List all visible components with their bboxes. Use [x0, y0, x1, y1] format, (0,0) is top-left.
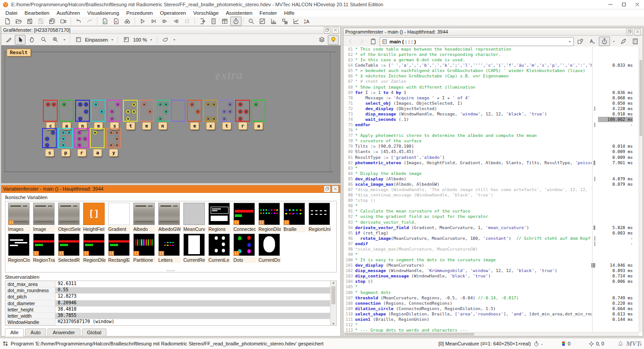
iconic-variable-currentdo[interactable]: CurrentDo	[258, 234, 281, 263]
var-row-dot_max_area[interactable]: dot_max_area92.6311	[5, 281, 336, 287]
profiler-options-button[interactable]	[611, 37, 617, 46]
menu-item-prozeduren[interactable]: Prozeduren	[123, 9, 156, 17]
code-line-82[interactable]: 82photometric_stereo (Images, HeightFiel…	[343, 160, 639, 166]
code-line-62[interactable]: 62* of the braille pattern and the corre…	[343, 52, 639, 57]
tab-global[interactable]: Global	[82, 328, 107, 336]
capture-button[interactable]	[58, 17, 69, 26]
close-button[interactable]	[631, 0, 644, 9]
code-line-61[interactable]: 61* This code table maps between the hex…	[343, 47, 639, 52]
doc-lines-button[interactable]	[208, 17, 219, 26]
save-as-button[interactable]	[24, 17, 35, 26]
caret-button[interactable]	[172, 35, 178, 45]
procedure-list-button[interactable]	[368, 37, 379, 46]
fit-page-button[interactable]	[73, 35, 84, 45]
layers-button[interactable]	[316, 35, 327, 45]
magnify-button[interactable]	[38, 35, 49, 45]
iconic-variable-braille[interactable]: []Braille	[283, 203, 306, 232]
run-button[interactable]	[137, 17, 148, 26]
code-line-94[interactable]: 94derivate_vector_field (Gradient, MeanC…	[343, 225, 639, 230]
code-editor[interactable]: 61* This code table maps between the hex…	[343, 47, 639, 332]
step-over-button[interactable]	[148, 17, 159, 26]
var-row-letter_width[interactable]: letter_width30.7855	[5, 313, 336, 319]
code-line-84[interactable]: 84* Display the albedo image	[343, 171, 639, 176]
iconic-variable-images[interactable]: []Images	[7, 203, 30, 232]
iconic-variable-albedogw[interactable]: AlbedoGW	[157, 203, 181, 232]
zoom-pct-button[interactable]	[121, 35, 131, 45]
code-line-86[interactable]: 86scale_image_max(Albedo, AlbedoGW)0.879…	[343, 182, 639, 187]
code-line-88[interactable]: 88*disp_continue_message (WindowHandle, …	[343, 192, 639, 198]
code-line-81[interactable]: 81ResultType := ['gradient','albedo']0.0…	[343, 155, 639, 160]
float-window-button[interactable]	[626, 29, 633, 35]
code-line-91[interactable]: 91* Calculate the mean curvature of the …	[343, 209, 639, 214]
code-line-85[interactable]: 85dev_display (Albedo)4.879 ms	[343, 176, 639, 182]
code-line-100[interactable]: 100* It is easy to segment the dots in t…	[343, 257, 639, 263]
save-all-button[interactable]	[47, 17, 58, 26]
feature-inspect-button[interactable]	[279, 17, 290, 26]
code-horizontal-scrollbar[interactable]	[343, 332, 639, 336]
brush-button[interactable]	[3, 35, 14, 45]
caret-button[interactable]	[61, 35, 67, 45]
menu-item-assistenten[interactable]: Assistenten	[222, 9, 256, 17]
operator-book-button[interactable]	[219, 17, 230, 26]
code-line-108[interactable]: 108connection (Regions, ConnectedRegions…	[343, 301, 639, 306]
code-line-72[interactable]: 72 dev_display (ObjectSelected)4.228 ms	[343, 106, 639, 111]
code-line-112[interactable]: 112*	[343, 322, 639, 328]
iconic-variable-rectangle[interactable]: []RectanglE	[107, 234, 131, 263]
code-line-83[interactable]: 83*	[343, 166, 639, 171]
new-file-button[interactable]	[2, 17, 13, 26]
menu-item-hilfe[interactable]: Hilfe	[280, 9, 298, 17]
code-line-64[interactable]: 64CodeTable := [' ','a',',','b','.','k',…	[343, 63, 639, 68]
delete-variables-button[interactable]: Ax	[587, 37, 598, 46]
var-row-dot_diameter[interactable]: dot_diameter8.20946	[5, 300, 336, 306]
code-line-70[interactable]: 70 Message := 'Acquire image ' + I + ' o…	[343, 95, 639, 101]
iconic-variable-regionuni[interactable]: RegionUni	[308, 203, 331, 232]
zoom-window-button[interactable]	[246, 17, 257, 26]
code-line-109[interactable]: 109dilation_circle (ConnectedRegions, Re…	[343, 306, 639, 311]
menu-item-vorschläge[interactable]: Vorschläge	[190, 9, 222, 17]
caret-button[interactable]	[148, 35, 154, 45]
code-line-75[interactable]: 75endfor-	[343, 122, 639, 128]
resize-handle[interactable]: •••••	[166, 269, 175, 272]
zoom-graph-button[interactable]	[290, 17, 301, 26]
iconic-variable-regiondila[interactable]: []RegionDila	[258, 203, 281, 232]
maximize-button[interactable]	[617, 0, 631, 9]
undo-button[interactable]	[73, 17, 84, 26]
gray-histogram-button[interactable]	[257, 17, 268, 26]
tab-auto[interactable]: Auto	[25, 328, 46, 336]
code-line-111[interactable]: 111union1 (Braille, RegionUnion)0.144 ms	[343, 317, 639, 322]
code-line-71[interactable]: 71 select_obj (Images, ObjectSelected, I…	[343, 101, 639, 106]
iconic-variable-gradient[interactable]: Gradient	[107, 203, 131, 232]
histogram-button[interactable]	[268, 17, 279, 26]
navigate-back-button[interactable]	[345, 37, 356, 46]
code-line-67[interactable]: 67* # steht vor Zahlen	[343, 79, 639, 84]
iconic-variable-dots[interactable]: []Dots	[233, 234, 256, 263]
iconic-variable-connectec[interactable]: []Connectec	[233, 203, 256, 232]
pointer-button[interactable]	[15, 35, 25, 45]
minimize-button[interactable]	[604, 0, 617, 9]
iconic-variable-regions[interactable]: Regions	[208, 203, 231, 232]
profiler-button[interactable]	[230, 17, 242, 26]
profiler-toggle-button[interactable]	[599, 37, 610, 46]
iconic-variable-partitione[interactable]: []Partitione	[132, 234, 156, 263]
code-line-92[interactable]: 92* using the gradient field as input fo…	[343, 214, 639, 219]
code-line-79[interactable]: 79Tilts := [90,0,270,180]0.014 ms	[343, 144, 639, 149]
doc-x-button[interactable]	[110, 17, 122, 26]
step-out-button[interactable]	[170, 17, 182, 26]
float-window-button[interactable]	[324, 186, 330, 192]
code-line-107[interactable]: 107threshold (MeanCurvature, Regions, -0…	[343, 295, 639, 301]
iconic-variable-regiondila[interactable]: []RegionDila	[82, 234, 106, 263]
code-line-95[interactable]: 95if (rot_flag)0.003 ms	[343, 230, 639, 236]
menu-item-ausführen[interactable]: Ausführen	[53, 9, 83, 17]
iconic-variable-albedo[interactable]: Albedo	[132, 203, 156, 232]
code-line-89[interactable]: 89*stop ()	[343, 198, 639, 203]
step-into-button[interactable]	[159, 17, 170, 26]
var-row-letter_height[interactable]: letter_height38.4818	[5, 306, 336, 313]
code-line-63[interactable]: 63* In this case a german 6-dot code is …	[343, 57, 639, 63]
binoculars-button[interactable]	[122, 17, 133, 26]
code-line-104[interactable]: 104stop ()0.006 ms	[343, 279, 639, 284]
code-line-90[interactable]: 90*	[343, 203, 639, 209]
close-window-button[interactable]	[332, 27, 339, 34]
iconic-variable-image[interactable]: Image	[32, 203, 55, 232]
iconic-variable-heightfiel[interactable]: []HeightFiel	[82, 203, 106, 232]
exit-proc-button[interactable]	[197, 17, 208, 26]
